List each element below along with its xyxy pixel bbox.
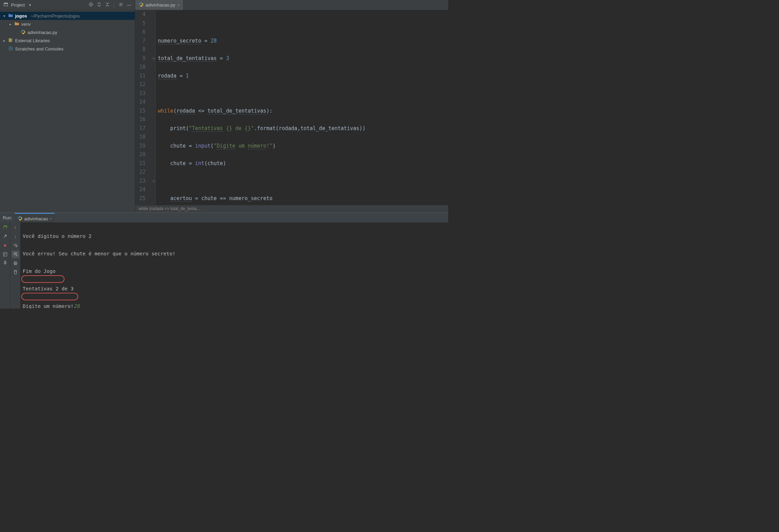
- run-toolwindow: Run: adivinhacao × ■: [0, 212, 448, 309]
- trash-icon[interactable]: [12, 268, 19, 276]
- project-path: ~/PycharmProjects/jogos: [31, 13, 80, 19]
- run-tab-label: adivinhacao: [24, 216, 48, 221]
- print-icon[interactable]: [12, 259, 19, 267]
- scroll-end-icon[interactable]: [12, 251, 19, 258]
- run-body: ■ ↑ ↓: [0, 222, 448, 309]
- run-toolbar-left: ■: [0, 222, 10, 309]
- code-line: rodada = 1: [158, 72, 387, 81]
- code-line: chute = input("Digite um número!"): [158, 142, 387, 151]
- code-area[interactable]: 45678910111213141516171819202122232425 ⊟…: [135, 10, 448, 205]
- chevron-down-icon[interactable]: ▼: [27, 3, 33, 7]
- project-name: jogos: [15, 13, 27, 19]
- python-file-icon: [20, 30, 26, 35]
- folder-icon: [8, 13, 14, 19]
- svg-rect-1: [4, 3, 8, 4]
- gear-icon[interactable]: [118, 2, 124, 8]
- hide-icon[interactable]: —: [126, 2, 132, 8]
- close-icon[interactable]: ×: [50, 217, 52, 221]
- editor: adivinhacao.py × 45678910111213141516171…: [135, 0, 448, 212]
- chevron-right-icon[interactable]: ▸: [2, 39, 6, 43]
- svg-rect-10: [10, 38, 11, 42]
- libraries-icon: [8, 38, 14, 44]
- run-label: Run:: [3, 215, 12, 220]
- soft-wrap-icon[interactable]: [12, 242, 19, 249]
- tab-label: adivinhacao.py: [146, 2, 175, 8]
- project-title: Project: [11, 2, 25, 8]
- console-line: Digite um número!28: [23, 302, 446, 309]
- svg-rect-11: [11, 38, 12, 42]
- locate-icon[interactable]: [88, 2, 94, 8]
- folder-label: venv: [21, 22, 31, 27]
- gutter: 45678910111213141516171819202122232425: [135, 10, 152, 205]
- run-toolbar-right: ↑ ↓: [10, 222, 21, 309]
- svg-rect-17: [14, 262, 16, 263]
- code-line: while(rodada <= total_de_tentativas):: [158, 107, 387, 116]
- console-output[interactable]: Você digitou o número 2 Você errou! Seu …: [21, 222, 448, 309]
- file-label: adivinhacao.py: [27, 30, 57, 35]
- code-line: [158, 89, 387, 98]
- down-icon[interactable]: ↓: [12, 233, 19, 240]
- layout-icon[interactable]: [1, 251, 9, 258]
- console-line: Tentativas 2 de 3: [23, 285, 446, 293]
- svg-point-8: [120, 4, 121, 5]
- project-sidebar: Project ▼ — ▾: [0, 0, 135, 212]
- project-root[interactable]: ▾ jogos ~/PycharmProjects/jogos: [0, 12, 135, 20]
- project-tree[interactable]: ▾ jogos ~/PycharmProjects/jogos ▸ venv: [0, 10, 135, 54]
- external-label: External Libraries: [15, 38, 50, 43]
- svg-point-3: [91, 4, 92, 5]
- code-line: numero_secreto = 28: [158, 37, 387, 46]
- svg-rect-13: [3, 253, 7, 256]
- collapse-all-icon[interactable]: [104, 2, 111, 8]
- code-line: total_de_tentativas = 3: [158, 54, 387, 63]
- editor-tab-adivinhacao[interactable]: adivinhacao.py ×: [135, 0, 184, 10]
- chevron-right-icon[interactable]: ▸: [8, 22, 12, 26]
- code-line: print("Tentativas {} de {}".format(rodad…: [158, 124, 387, 133]
- external-libraries[interactable]: ▸ External Libraries: [0, 36, 135, 45]
- console-line: Você digitou o número 2: [23, 232, 446, 241]
- highlight-circle: [21, 293, 78, 300]
- fold-column[interactable]: ⊟ ⊟: [152, 10, 156, 205]
- python-file-icon: [18, 216, 22, 222]
- up-icon[interactable]: ↑: [12, 224, 19, 231]
- close-icon[interactable]: ×: [177, 3, 180, 8]
- folder-icon: [14, 21, 20, 27]
- highlight-circle: [21, 275, 65, 283]
- console-line: Fim do Jogo: [23, 267, 446, 276]
- fold-icon[interactable]: ⊟: [152, 177, 156, 186]
- project-toolwindow-header: Project ▼ —: [0, 0, 135, 10]
- code-line: acertou = chute == numero_secreto: [158, 194, 387, 203]
- expand-all-icon[interactable]: [96, 2, 102, 8]
- console-line: Você errou! Seu chute é menor que o núme…: [23, 250, 446, 258]
- fold-icon[interactable]: ⊟: [152, 54, 156, 63]
- chevron-down-icon[interactable]: ▾: [2, 14, 6, 18]
- code-content[interactable]: numero_secreto = 28 total_de_tentativas …: [156, 10, 387, 205]
- wrench-icon[interactable]: [1, 233, 9, 240]
- svg-rect-9: [9, 38, 10, 42]
- run-tab[interactable]: adivinhacao ×: [15, 213, 54, 222]
- file-adivinhacao[interactable]: adivinhacao.py: [0, 28, 135, 36]
- folder-venv[interactable]: ▸ venv: [0, 20, 135, 28]
- code-line: [158, 177, 387, 186]
- code-line: chute = int(chute): [158, 159, 387, 168]
- code-line: [158, 19, 387, 28]
- breadcrumb[interactable]: while (rodada <= total_de_tenta…: [135, 205, 448, 212]
- scratches-icon: [8, 46, 14, 52]
- python-file-icon: [139, 2, 143, 8]
- project-icon: [3, 2, 9, 8]
- editor-tabbar: adivinhacao.py ×: [135, 0, 448, 10]
- pin-icon[interactable]: [1, 259, 9, 267]
- run-header: Run: adivinhacao ×: [0, 213, 448, 222]
- rerun-button[interactable]: [1, 224, 9, 231]
- scratches-label: Scratches and Consoles: [15, 46, 63, 51]
- stop-button[interactable]: ■: [1, 242, 9, 249]
- scratches-consoles[interactable]: Scratches and Consoles: [0, 45, 135, 53]
